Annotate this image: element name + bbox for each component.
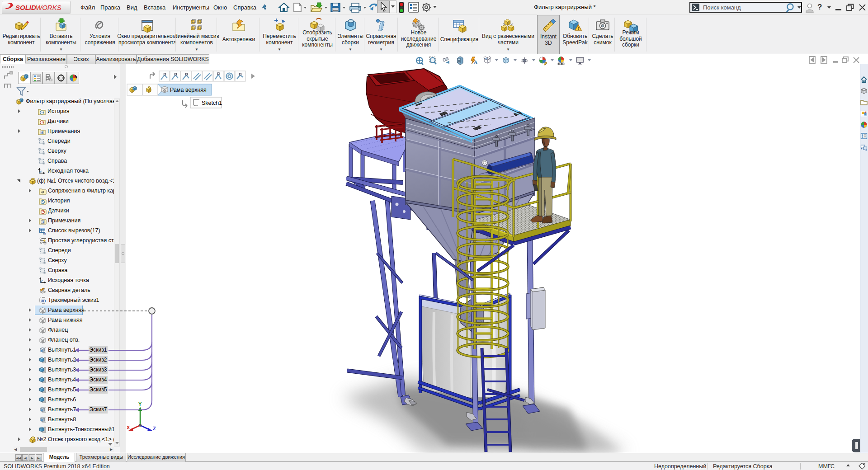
svg-text:Y: Y <box>138 401 142 407</box>
svg-text:Z: Z <box>153 426 156 431</box>
svg-text:Sketch1: Sketch1 <box>202 100 222 106</box>
svg-text:WORKS: WORKS <box>36 4 61 11</box>
svg-text:3D: 3D <box>41 299 46 303</box>
svg-text:SOLID: SOLID <box>15 4 36 11</box>
svg-text:кк: кк <box>43 232 46 235</box>
svg-text:A: A <box>474 59 477 65</box>
svg-text:A: A <box>41 131 43 135</box>
svg-text:Рама верхняя: Рама верхняя <box>170 87 207 93</box>
svg-text:A: A <box>42 220 44 224</box>
svg-text:X: X <box>127 425 130 430</box>
